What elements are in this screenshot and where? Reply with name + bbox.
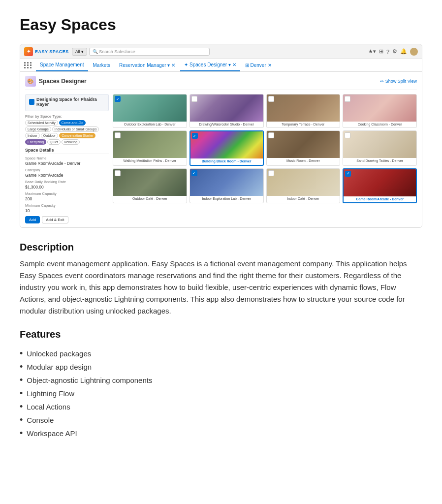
sf-topbar: ✦ EASY SPACES All ▾ 🔍 Search Salesforce …: [20, 44, 422, 59]
designing-title-icon: [29, 99, 34, 105]
notification-icon[interactable]: 🔔: [400, 48, 407, 55]
feature-item-object-agnostic: Object-agnostic Lightning components: [20, 374, 422, 387]
chevron-down-icon: ▾: [81, 49, 84, 54]
sf-logo: ✦ EASY SPACES: [24, 47, 69, 56]
feature-item-modular-app: Modular app design: [20, 360, 422, 374]
card-label-sand-drawing: Sand Drawing Tables - Denver: [343, 158, 416, 164]
space-card-outdoor-exploration[interactable]: ✓ Outdoor Exploration Lab - Denver: [113, 94, 187, 128]
feature-item-lightning-flow: Lightning Flow: [20, 387, 422, 400]
nav-denver[interactable]: ⊞ Denver ✕: [241, 59, 276, 71]
check-badge: [191, 96, 197, 102]
card-image-indoor-exploration: [190, 169, 263, 196]
card-image-indoor-cafe: [267, 169, 340, 196]
sf-logo-text: EASY SPACES: [35, 49, 69, 54]
filter-tag-quiet[interactable]: Quiet: [47, 139, 61, 145]
card-label-building-block: Building Block Room - Denver: [190, 158, 263, 164]
nav-markets[interactable]: Markets: [89, 59, 115, 71]
add-button[interactable]: Add: [25, 216, 40, 223]
sf-all-dropdown[interactable]: All ▾: [72, 48, 87, 56]
card-image-drawing-watercolor: [190, 94, 263, 122]
nav-space-management[interactable]: Space Management: [36, 59, 88, 71]
add-and-exit-button[interactable]: Add & Exit: [42, 216, 68, 223]
check-badge: [115, 132, 121, 138]
help-icon[interactable]: ?: [386, 49, 389, 55]
card-image-walking-meditation: [113, 131, 187, 158]
detail-buttons: Add Add & Exit: [25, 216, 109, 223]
filter-tag-indoor[interactable]: Indoor: [25, 133, 40, 138]
sf-page-header: 🎨 Spaces Designer ⇔ Show Split View: [25, 76, 417, 90]
space-card-walking-meditation[interactable]: Walking Meditation Paths - Denver: [113, 130, 187, 165]
card-label-outdoor-cafe: Outdoor Café - Denver: [113, 196, 187, 202]
star-icon[interactable]: ★▾: [368, 48, 376, 55]
space-card-indoor-cafe[interactable]: Indoor Café - Denver: [266, 168, 341, 203]
sf-navbar: Space Management Markets Reservation Man…: [20, 59, 422, 72]
filter-section: Filter by Space Type: Scheduled Activity…: [25, 114, 109, 145]
check-badge: [268, 170, 274, 176]
card-image-outdoor-exploration: [113, 94, 187, 122]
features-list: Unlocked packages Modular app design Obj…: [20, 347, 422, 440]
filter-tag-outdoor[interactable]: Outdoor: [41, 133, 58, 138]
features-section-title: Features: [20, 329, 422, 340]
space-card-game-room[interactable]: ✓ Game Room/Arcade - Denver: [343, 168, 417, 203]
check-badge: ✓: [191, 170, 197, 176]
card-image-music-room: [267, 131, 340, 158]
filter-tag-individuals[interactable]: Individuals or Small Groups: [52, 126, 99, 132]
card-image-building-block: [190, 131, 263, 158]
avatar[interactable]: [410, 48, 418, 56]
filter-tag-scheduled[interactable]: Scheduled Activity: [25, 120, 58, 126]
settings-icon[interactable]: ⚙: [392, 48, 397, 55]
designing-title: Designing Space for Phaidra Rayer: [29, 97, 105, 107]
filter-tag-relaxing[interactable]: Relaxing: [62, 139, 80, 145]
spaces-designer-icon: 🎨: [25, 76, 36, 87]
sf-search-box[interactable]: 🔍 Search Salesforce: [89, 48, 210, 56]
card-image-sand-drawing: [343, 131, 416, 158]
detail-booking-rate: Base Daily Booking Rate $1,300.00: [25, 180, 109, 189]
detail-space-name: Space Name Game Room/Arcade - Denver: [25, 156, 109, 166]
detail-max-capacity: Maximum Capacity 200: [25, 191, 109, 201]
sf-content: 🎨 Spaces Designer ⇔ Show Split View Desi…: [20, 72, 422, 227]
check-badge: ✓: [115, 96, 121, 102]
card-label-temporary-terrace: Temporary Terrace - Denver: [267, 122, 340, 127]
feature-item-local-actions: Local Actions: [20, 400, 422, 413]
sf-inner-layout: Designing Space for Phaidra Rayer Filter…: [25, 94, 417, 223]
check-badge: [345, 132, 350, 138]
space-card-music-room[interactable]: Music Room - Denver: [266, 130, 341, 165]
nav-reservation-manager[interactable]: Reservation Manager ▾ ✕: [115, 59, 179, 71]
space-card-drawing-watercolor[interactable]: Drawing/Watercolor Studio - Denver: [189, 94, 264, 128]
filter-tag-come-and-go[interactable]: Come-and-Go: [59, 120, 86, 126]
space-card-outdoor-cafe[interactable]: Outdoor Café - Denver: [113, 168, 187, 203]
card-label-cooking-classroom: Cooking Classroom - Denver: [343, 122, 416, 127]
filter-tag-energizing[interactable]: Energizing: [25, 139, 46, 145]
search-icon: 🔍: [93, 49, 98, 54]
card-label-indoor-cafe: Indoor Café - Denver: [267, 196, 340, 202]
card-image-outdoor-cafe: [113, 169, 187, 196]
nav-spaces-designer[interactable]: ✦ Spaces Designer ▾ ✕: [180, 59, 240, 71]
feature-item-unlocked-packages: Unlocked packages: [20, 347, 422, 360]
space-card-sand-drawing[interactable]: Sand Drawing Tables - Denver: [343, 130, 417, 165]
check-badge: ✓: [192, 133, 198, 139]
sf-grid: ✓ Outdoor Exploration Lab - Denver Drawi…: [113, 94, 417, 223]
card-image-game-room: [344, 169, 416, 196]
space-card-building-block[interactable]: ✓ Building Block Room - Denver: [189, 130, 264, 165]
show-split-view-button[interactable]: ⇔ Show Split View: [380, 79, 417, 84]
space-card-cooking-classroom[interactable]: Cooking Classroom - Denver: [343, 94, 417, 128]
card-image-cooking-classroom: [343, 94, 416, 122]
filter-tag-conversation[interactable]: Conversation Starter: [59, 133, 95, 138]
check-badge: [345, 96, 350, 102]
apps-grid-icon[interactable]: [24, 62, 32, 68]
space-details-title: Space Details: [25, 148, 109, 154]
designing-header: Designing Space for Phaidra Rayer: [25, 94, 109, 111]
card-label-game-room: Game Room/Arcade - Denver: [344, 196, 416, 202]
space-grid: ✓ Outdoor Exploration Lab - Denver Drawi…: [113, 94, 417, 203]
feature-item-workspace-api: Workspace API: [20, 427, 422, 440]
grid-icon[interactable]: ⊞: [379, 48, 383, 55]
sf-page-title-text: Spaces Designer: [39, 78, 87, 85]
space-card-indoor-exploration[interactable]: ✓ Indoor Exploration Lab - Denver: [189, 168, 264, 203]
card-label-music-room: Music Room - Denver: [267, 158, 340, 164]
sf-top-icons: ★▾ ⊞ ? ⚙ 🔔: [368, 48, 418, 56]
card-label-walking-meditation: Walking Meditation Paths - Denver: [113, 158, 187, 164]
check-badge: [268, 96, 274, 102]
space-card-temporary-terrace[interactable]: Temporary Terrace - Denver: [266, 94, 341, 128]
filter-tags: Scheduled Activity Come-and-Go Large Gro…: [25, 120, 109, 145]
filter-tag-large-groups[interactable]: Large Groups: [25, 126, 51, 132]
